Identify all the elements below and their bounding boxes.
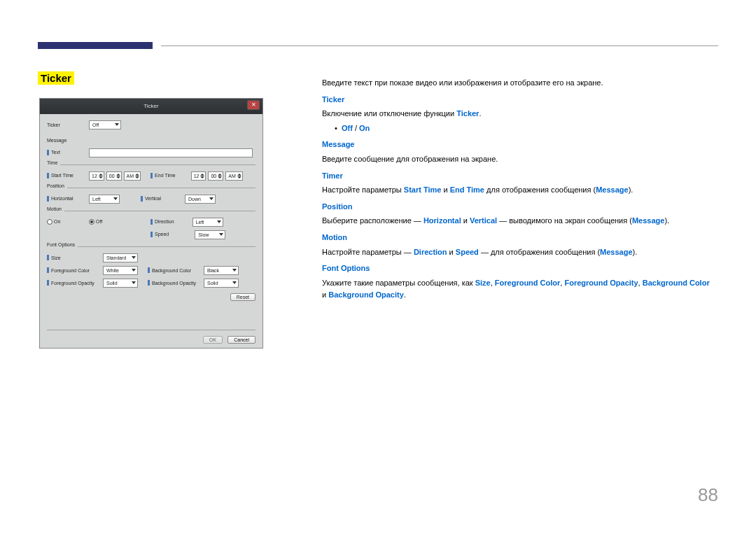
header-accent-bar bbox=[38, 42, 153, 49]
fgopacity-label: Foreground Opacity bbox=[47, 280, 103, 286]
end-ampm[interactable]: AM bbox=[225, 171, 243, 181]
motion-on-radio[interactable]: On bbox=[47, 219, 89, 225]
bgopacity-select[interactable]: Solid bbox=[204, 279, 239, 288]
ticker-desc: Включение или отключение функции Ticker. bbox=[322, 108, 718, 120]
page-number: 88 bbox=[698, 484, 718, 506]
horizontal-label: Horizontal bbox=[47, 196, 89, 202]
header-divider bbox=[161, 45, 718, 46]
message-desc: Введите сообщение для отображения на экр… bbox=[322, 153, 718, 166]
section-ticker: Ticker bbox=[322, 94, 718, 106]
timer-desc: Настройте параметры Start Time и End Tim… bbox=[322, 184, 718, 197]
section-fontoptions: Font Options bbox=[322, 262, 718, 275]
fgcolor-select[interactable]: White bbox=[103, 266, 138, 275]
size-label: Size bbox=[47, 255, 103, 260]
endtime-label: End Time bbox=[150, 173, 176, 178]
dialog-title: Ticker bbox=[144, 103, 158, 109]
vertical-label: Vertical bbox=[141, 196, 161, 202]
section-message: Message bbox=[322, 139, 718, 151]
position-desc: Выберите расположение — Horizontal и Ver… bbox=[322, 215, 718, 227]
bgcolor-select[interactable]: Black bbox=[204, 266, 239, 275]
motion-off-radio[interactable]: Off bbox=[89, 219, 124, 225]
motion-desc: Настройте параметры — Direction и Speed … bbox=[322, 246, 718, 259]
horizontal-select[interactable]: Left bbox=[89, 195, 120, 204]
speed-label: Speed bbox=[150, 232, 169, 237]
section-motion: Motion bbox=[322, 232, 718, 244]
direction-label: Direction bbox=[150, 219, 174, 225]
ticker-dialog: Ticker ✕ Ticker Off Message Text Time St… bbox=[39, 98, 263, 349]
ticker-options: • Off / On bbox=[322, 122, 718, 135]
direction-select[interactable]: Left bbox=[192, 218, 223, 227]
close-button[interactable]: ✕ bbox=[247, 100, 260, 110]
bgcolor-label: Background Color bbox=[148, 267, 204, 273]
ticker-select[interactable]: Off bbox=[89, 120, 121, 129]
dialog-titlebar: Ticker ✕ bbox=[40, 99, 262, 114]
fontoptions-group: Font Options bbox=[47, 242, 78, 247]
reset-button[interactable]: Reset bbox=[230, 293, 255, 301]
time-group: Time bbox=[47, 160, 60, 165]
start-hour[interactable]: 12 bbox=[89, 171, 104, 181]
text-input[interactable] bbox=[89, 148, 253, 157]
intro-text: Введите текст при показе видео или изобр… bbox=[322, 77, 718, 90]
section-position: Position bbox=[322, 201, 718, 213]
fgcolor-label: Foreground Color bbox=[47, 267, 103, 273]
ticker-label: Ticker bbox=[47, 122, 89, 127]
text-label: Text bbox=[47, 150, 89, 155]
motion-group: Motion bbox=[47, 206, 64, 211]
description-text: Введите текст при показе видео или изобр… bbox=[322, 75, 718, 302]
bgopacity-label: Background Opacity bbox=[148, 280, 204, 286]
size-select[interactable]: Standard bbox=[103, 253, 138, 262]
fontoptions-desc: Укажите такие параметры сообщения, как S… bbox=[322, 277, 718, 302]
vertical-select[interactable]: Down bbox=[185, 195, 216, 204]
ok-button[interactable]: OK bbox=[203, 336, 223, 344]
page-title: Ticker bbox=[38, 71, 74, 85]
message-label: Message bbox=[47, 138, 89, 143]
fgopacity-select[interactable]: Solid bbox=[103, 279, 138, 288]
start-min[interactable]: 00 bbox=[106, 171, 122, 181]
speed-select[interactable]: Slow bbox=[195, 230, 225, 239]
cancel-button[interactable]: Cancel bbox=[227, 336, 255, 344]
start-ampm[interactable]: AM bbox=[124, 171, 141, 181]
position-group: Position bbox=[47, 183, 67, 188]
section-timer: Timer bbox=[322, 170, 718, 183]
end-min[interactable]: 00 bbox=[208, 171, 223, 181]
end-hour[interactable]: 12 bbox=[191, 171, 206, 181]
starttime-label: Start Time bbox=[47, 173, 89, 178]
